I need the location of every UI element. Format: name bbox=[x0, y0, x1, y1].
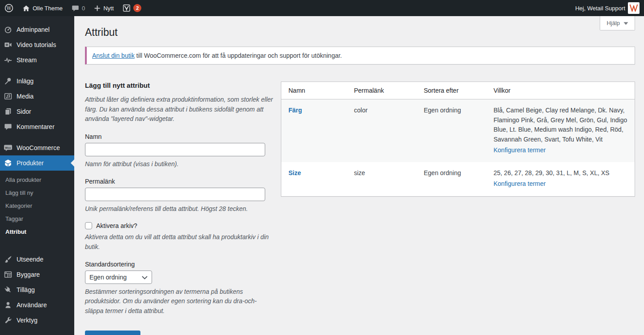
attribute-name-input[interactable] bbox=[85, 143, 265, 156]
sidebar-item-comments[interactable]: Kommentarer bbox=[0, 119, 74, 134]
sidebar-item-media[interactable]: Media bbox=[0, 89, 74, 104]
help-button[interactable]: Hjälp bbox=[600, 16, 635, 30]
menu-group-content: Inlägg Media Sidor Kommentarer bbox=[0, 73, 74, 134]
sidebar-item-appearance[interactable]: Utseende bbox=[0, 252, 74, 267]
submenu-item-all-products[interactable]: Alla produkter bbox=[0, 173, 74, 186]
sidebar-item-label: Media bbox=[17, 93, 34, 100]
sidebar-item-video-tutorials[interactable]: Video tutorials bbox=[0, 37, 74, 52]
main-content: Hjälp Attribut Anslut din butik till Woo… bbox=[74, 16, 644, 335]
woocommerce-icon: Woo bbox=[4, 143, 13, 152]
connect-store-link[interactable]: Anslut din butik bbox=[92, 52, 135, 59]
submenu-item-categories[interactable]: Kategorier bbox=[0, 199, 74, 212]
sidebar-item-woocommerce[interactable]: Woo WooCommerce bbox=[0, 140, 74, 155]
sidebar-item-label: WooCommerce bbox=[17, 144, 60, 151]
default-sort-order-select[interactable]: Egen ordning bbox=[85, 271, 152, 284]
activity-icon bbox=[4, 56, 13, 64]
add-attribute-button[interactable]: Lägg till attribut bbox=[85, 331, 140, 335]
terms-list: Blå, Camel Beige, Clay red Melange, Dk. … bbox=[494, 107, 627, 143]
header-terms: Villkor bbox=[487, 82, 635, 99]
sidebar-item-users[interactable]: Användare bbox=[0, 297, 74, 313]
enable-archives-checkbox[interactable] bbox=[85, 222, 92, 229]
sidebar-item-products[interactable]: Produkter bbox=[0, 155, 74, 171]
attribute-name-link[interactable]: Färg bbox=[288, 107, 302, 114]
attribute-terms-cell: Blå, Camel Beige, Clay red Melange, Dk. … bbox=[487, 99, 635, 162]
sidebar-item-label: Kommentarer bbox=[17, 123, 55, 130]
pin-icon bbox=[4, 77, 13, 86]
builder-icon bbox=[4, 270, 13, 279]
submenu-item-label: Attribut bbox=[5, 228, 26, 235]
plugin-icon bbox=[4, 285, 13, 294]
yoast-icon bbox=[123, 4, 131, 12]
sidebar-item-posts[interactable]: Inlägg bbox=[0, 73, 74, 89]
form-heading: Lägg till nytt attribut bbox=[85, 82, 274, 89]
yoast-notification-badge: 2 bbox=[133, 4, 141, 12]
selected-sort-order: Egen ordning bbox=[89, 274, 127, 281]
attributes-table: Namn Permalänk Sortera efter Villkor Fär… bbox=[281, 82, 635, 197]
submenu-item-label: Kategorier bbox=[5, 202, 32, 209]
sidebar-item-label: Användare bbox=[17, 301, 47, 309]
avatar bbox=[628, 2, 640, 14]
submenu-item-label: Lägg till ny bbox=[5, 189, 33, 196]
comment-icon bbox=[4, 122, 13, 131]
site-name: Olle Theme bbox=[33, 5, 63, 12]
menu-group-top: Adminpanel Video tutorials Stream bbox=[0, 22, 74, 68]
sidebar-item-label: Tillägg bbox=[17, 286, 35, 293]
admin-bar: W Olle Theme 0 Nytt 2 bbox=[0, 0, 644, 16]
new-content-button[interactable]: Nytt bbox=[89, 0, 118, 16]
columns-wrap: Lägg till nytt attribut Attribut låter d… bbox=[85, 82, 635, 335]
sidebar-item-label: Inlägg bbox=[17, 77, 34, 85]
sidebar-item-label: Verktyg bbox=[17, 317, 38, 324]
configure-terms-link[interactable]: Konfigurera termer bbox=[494, 179, 546, 189]
name-help: Namn för attribut (visas i butiken). bbox=[85, 159, 274, 169]
yoast-seo-menu[interactable]: 2 bbox=[118, 0, 146, 16]
submenu-item-add-new[interactable]: Lägg till ny bbox=[0, 186, 74, 199]
configure-terms-link[interactable]: Konfigurera termer bbox=[494, 146, 546, 155]
site-link[interactable]: Olle Theme bbox=[18, 0, 67, 16]
sidebar-item-tools[interactable]: Verktyg bbox=[0, 313, 74, 328]
comment-bubble-icon bbox=[72, 4, 79, 12]
attribute-slug-cell: size bbox=[347, 162, 417, 196]
chevron-down-icon bbox=[623, 20, 628, 26]
video-icon bbox=[4, 40, 13, 49]
sidebar-item-stream[interactable]: Stream bbox=[0, 52, 74, 68]
sidebar-item-label: Sidor bbox=[17, 108, 31, 115]
attribute-order-cell: Egen ordning bbox=[417, 99, 487, 162]
sidebar-item-label: Produkter bbox=[17, 159, 44, 167]
sidebar-item-plugins[interactable]: Tillägg bbox=[0, 282, 74, 297]
account-menu[interactable]: Hej, Wetail Support bbox=[571, 0, 644, 16]
attribute-terms-cell: 25, 26, 27, 28, 29, 30, 31, L, M, S, XL,… bbox=[487, 162, 635, 196]
header-order-by: Sortera efter bbox=[417, 82, 487, 99]
enable-archives-label[interactable]: Aktivera arkiv? bbox=[96, 222, 137, 229]
admin-bar-right: Hej, Wetail Support bbox=[571, 0, 644, 16]
sidebar-item-label: Byggare bbox=[17, 271, 40, 278]
sidebar-item-label: Adminpanel bbox=[17, 26, 50, 33]
attribute-slug-input[interactable] bbox=[85, 188, 265, 201]
sidebar-item-adminpanel[interactable]: Adminpanel bbox=[0, 22, 74, 37]
comments-shortcut[interactable]: 0 bbox=[67, 0, 89, 16]
default-sort-label: Standardsortering bbox=[85, 261, 274, 268]
submenu-item-attributes[interactable]: Attribut bbox=[0, 225, 74, 238]
sidebar-item-pages[interactable]: Sidor bbox=[0, 104, 74, 119]
woocommerce-connect-notice: Anslut din butik till WooCommerce.com fö… bbox=[85, 47, 635, 64]
attribute-slug-cell: color bbox=[347, 99, 417, 162]
wordpress-menu-button[interactable]: W bbox=[0, 0, 18, 16]
sidebar-item-builder[interactable]: Byggare bbox=[0, 267, 74, 282]
name-label: Namn bbox=[85, 133, 274, 140]
form-intro: Attribut låter dig definiera extra produ… bbox=[85, 95, 274, 124]
comments-count: 0 bbox=[82, 5, 85, 12]
table-row: Färg color Egen ordning Blå, Camel Beige… bbox=[281, 99, 635, 162]
header-name: Namn bbox=[281, 82, 347, 99]
table-row: Size size Egen ordning 25, 26, 27, 28, 2… bbox=[281, 162, 635, 196]
sidebar-item-label: Video tutorials bbox=[17, 41, 56, 48]
notice-text: till WooCommerce.com för att få uppdater… bbox=[135, 52, 342, 59]
help-label: Hjälp bbox=[606, 20, 620, 26]
brush-icon bbox=[4, 255, 13, 264]
enable-archives-row: Aktivera arkiv? bbox=[85, 222, 274, 229]
products-submenu: Alla produkter Lägg till ny Kategorier T… bbox=[0, 171, 74, 244]
submenu-item-tags[interactable]: Taggar bbox=[0, 212, 74, 225]
plus-icon bbox=[94, 5, 101, 12]
attribute-order-cell: Egen ordning bbox=[417, 162, 487, 196]
chevron-down-icon bbox=[142, 274, 148, 281]
attribute-name-link[interactable]: Size bbox=[288, 169, 301, 176]
svg-text:Woo: Woo bbox=[5, 146, 11, 149]
